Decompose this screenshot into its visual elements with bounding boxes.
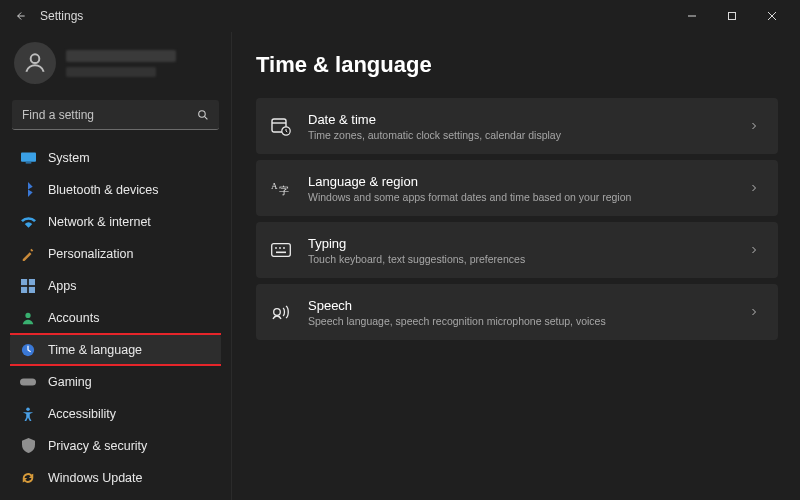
sidebar-item-label: Network & internet [48,215,151,229]
sidebar-item-apps[interactable]: Apps [10,270,221,301]
svg-text:字: 字 [279,185,289,196]
card-datetime[interactable]: Date & timeTime zones, automatic clock s… [256,98,778,154]
svg-rect-7 [21,152,36,161]
window-title: Settings [40,9,83,23]
timelang-icon [20,342,36,358]
chevron-right-icon [748,182,760,194]
minimize-button[interactable] [672,2,712,30]
sidebar-item-accessibility[interactable]: Accessibility [10,398,221,429]
card-subtitle: Windows and some apps format dates and t… [308,191,631,203]
svg-point-16 [26,407,30,411]
avatar [14,42,56,84]
datetime-icon [270,116,292,136]
sidebar-item-privacy[interactable]: Privacy & security [10,430,221,461]
card-title: Language & region [308,174,631,189]
svg-rect-11 [21,286,27,292]
card-langregion[interactable]: A字Language & regionWindows and some apps… [256,160,778,216]
svg-rect-10 [29,279,35,285]
account-name-redacted [66,50,176,77]
langregion-icon: A字 [270,179,292,197]
typing-icon [270,243,292,257]
bluetooth-icon [20,182,36,198]
svg-rect-12 [29,286,35,292]
card-subtitle: Touch keyboard, text suggestions, prefer… [308,253,525,265]
card-subtitle: Speech language, speech recognition micr… [308,315,606,327]
sidebar-item-label: Apps [48,279,77,293]
page-title: Time & language [256,52,778,78]
speech-icon [270,303,292,321]
card-title: Speech [308,298,606,313]
sidebar-item-label: Personalization [48,247,133,261]
svg-rect-8 [25,161,31,163]
maximize-button[interactable] [712,2,752,30]
gaming-icon [20,374,36,390]
privacy-icon [20,438,36,454]
chevron-right-icon [748,244,760,256]
back-button[interactable] [8,4,32,28]
sidebar-item-bluetooth[interactable]: Bluetooth & devices [10,174,221,205]
sidebar-item-system[interactable]: System [10,142,221,173]
svg-rect-4 [729,13,736,20]
svg-point-25 [283,247,285,249]
sidebar-item-gaming[interactable]: Gaming [10,366,221,397]
card-typing[interactable]: TypingTouch keyboard, text suggestions, … [256,222,778,278]
svg-point-23 [275,247,277,249]
card-title: Date & time [308,112,561,127]
svg-rect-15 [20,378,36,385]
card-subtitle: Time zones, automatic clock settings, ca… [308,129,561,141]
svg-rect-9 [21,279,27,285]
sidebar-item-label: Bluetooth & devices [48,183,159,197]
sidebar-item-label: Accessibility [48,407,116,421]
accounts-icon [20,310,36,326]
sidebar-item-label: Time & language [48,343,142,357]
nav-list: SystemBluetooth & devicesNetwork & inter… [10,142,221,490]
windowsupdate-icon [20,470,36,486]
close-button[interactable] [752,2,792,30]
sidebar-item-label: Windows Update [48,471,143,485]
network-icon [20,214,36,230]
account-header[interactable] [10,38,221,94]
svg-point-13 [25,312,30,317]
settings-cards: Date & timeTime zones, automatic clock s… [256,98,778,340]
personalize-icon [20,246,36,262]
sidebar-item-timelang[interactable]: Time & language [10,334,221,365]
sidebar: SystemBluetooth & devicesNetwork & inter… [0,32,232,500]
svg-text:A: A [271,181,278,191]
search-input[interactable] [22,108,196,122]
card-title: Typing [308,236,525,251]
system-icon [20,150,36,166]
main-pane: Time & language Date & timeTime zones, a… [232,32,800,500]
sidebar-item-network[interactable]: Network & internet [10,206,221,237]
titlebar: Settings [0,0,800,32]
sidebar-item-label: Accounts [48,311,99,325]
sidebar-item-label: System [48,151,90,165]
sidebar-item-label: Privacy & security [48,439,147,453]
chevron-right-icon [748,120,760,132]
apps-icon [20,278,36,294]
sidebar-item-windowsupdate[interactable]: Windows Update [10,462,221,490]
sidebar-item-personalize[interactable]: Personalization [10,238,221,269]
search-box[interactable] [12,100,219,130]
svg-point-27 [274,309,281,316]
svg-rect-22 [272,244,291,257]
accessibility-icon [20,406,36,422]
sidebar-item-accounts[interactable]: Accounts [10,302,221,333]
svg-rect-26 [276,252,286,254]
sidebar-item-label: Gaming [48,375,92,389]
window-controls [672,2,792,30]
card-speech[interactable]: SpeechSpeech language, speech recognitio… [256,284,778,340]
svg-point-24 [279,247,281,249]
search-icon [196,108,209,121]
chevron-right-icon [748,306,760,318]
